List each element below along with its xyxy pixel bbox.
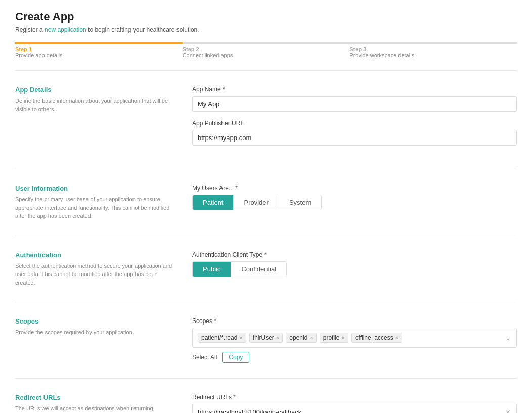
scopes-dropdown-arrow[interactable]: ⌄ [505,334,511,342]
remove-scope-offline-access[interactable]: × [395,335,398,341]
auth-left: Authentication Select the authentication… [15,251,177,287]
step-3-label: Step 3 [349,46,517,52]
redirect-urls-section: Redirect URLs The URLs we will accept as… [15,384,517,413]
user-type-system[interactable]: System [279,195,321,210]
app-name-group: App Name * [192,86,517,112]
step-2: Step 2 Connect linked apps [183,42,350,58]
select-all-link[interactable]: Select All [192,354,217,361]
app-details-desc: Define the basic information about your … [15,97,177,113]
redirect-title: Redirect URLs [15,394,177,401]
scopes-label: Scopes * [192,317,517,325]
app-name-input[interactable] [192,96,517,112]
redirect-right: Redirect URLs * × + Add a Redirect URL [192,394,517,413]
remove-scope-profile[interactable]: × [341,335,344,341]
publisher-url-label: App Publisher URL [192,120,517,127]
scope-tag-patient-read: patient/*.read × [198,333,246,343]
step-3: Step 3 Provide workspace details [349,42,517,58]
publisher-url-input[interactable] [192,130,517,146]
client-type-confidential[interactable]: Confidential [231,262,286,277]
steps-bar: Step 1 Provide app details Step 2 Connec… [15,42,517,58]
client-type-toggle: Public Confidential [192,261,287,277]
app-details-right: App Name * App Publisher URL [192,86,517,154]
redirect-desc: The URLs we will accept as destinations … [15,404,177,413]
subtitle-link[interactable]: new application [45,26,86,33]
scopes-section: Scopes Provide the scopes required by yo… [15,307,517,373]
divider-user-info [15,169,517,169]
divider-redirect [15,378,517,379]
scopes-actions: Select All Copy [192,352,517,363]
auth-title: Authentication [15,251,177,259]
user-info-left: User Information Specify the primary use… [15,185,177,220]
user-info-section: User Information Specify the primary use… [15,174,517,231]
remove-scope-patient-read[interactable]: × [239,335,242,341]
client-type-label: Authentication Client Type * [192,251,517,258]
divider-scopes [15,302,517,302]
redirect-left: Redirect URLs The URLs we will accept as… [15,394,177,413]
client-type-public[interactable]: Public [193,262,231,277]
app-name-label: App Name * [192,86,517,93]
scope-tag-fhiruser: fhirUser × [249,333,283,343]
remove-scope-fhiruser[interactable]: × [276,335,279,341]
scope-tag-openid: openid × [286,333,316,343]
scope-tag-offline-access: offline_access × [351,333,402,343]
page-subtitle: Register a new application to begin craf… [15,26,517,33]
auth-right: Authentication Client Type * Public Conf… [192,251,517,287]
user-info-desc: Specify the primary user base of your ap… [15,195,177,220]
step-2-label: Step 2 [183,46,350,52]
scopes-desc: Provide the scopes required by your appl… [15,328,177,337]
divider-top [15,70,517,71]
publisher-url-group: App Publisher URL [192,120,517,146]
redirect-url-input[interactable] [193,405,500,414]
user-info-right: My Users Are... * Patient Provider Syste… [192,185,517,220]
user-type-provider[interactable]: Provider [234,195,279,210]
copy-scopes-button[interactable]: Copy [222,352,249,363]
remove-scope-openid[interactable]: × [309,335,313,341]
redirect-remove-button[interactable]: × [500,404,516,413]
scope-tag-profile: profile × [320,333,348,343]
auth-desc: Select the authentication method to secu… [15,262,177,287]
step-3-line [349,42,517,44]
user-info-title: User Information [15,185,177,192]
divider-auth [15,236,517,236]
redirect-label: Redirect URLs * [192,394,517,401]
step-1-label: Step 1 [15,46,183,52]
step-2-sublabel: Connect linked apps [183,52,350,58]
step-2-line [183,42,350,44]
page-title: Create App [15,10,517,23]
user-type-toggle: Patient Provider System [192,195,322,210]
app-details-left: App Details Define the basic information… [15,86,177,154]
app-details-section: App Details Define the basic information… [15,76,517,164]
redirect-input-row: × [192,404,517,413]
authentication-section: Authentication Select the authentication… [15,241,517,297]
app-details-title: App Details [15,86,177,94]
step-1-line [15,42,183,44]
step-1: Step 1 Provide app details [15,42,183,58]
step-3-sublabel: Provide workspace details [349,52,517,58]
scopes-left: Scopes Provide the scopes required by yo… [15,317,177,363]
scopes-right: Scopes * patient/*.read × fhirUser × ope… [192,317,517,363]
step-1-sublabel: Provide app details [15,52,183,58]
scopes-container[interactable]: patient/*.read × fhirUser × openid × pro… [192,328,517,348]
scopes-title: Scopes [15,317,177,325]
users-are-label: My Users Are... * [192,185,517,192]
user-type-patient[interactable]: Patient [193,195,234,210]
